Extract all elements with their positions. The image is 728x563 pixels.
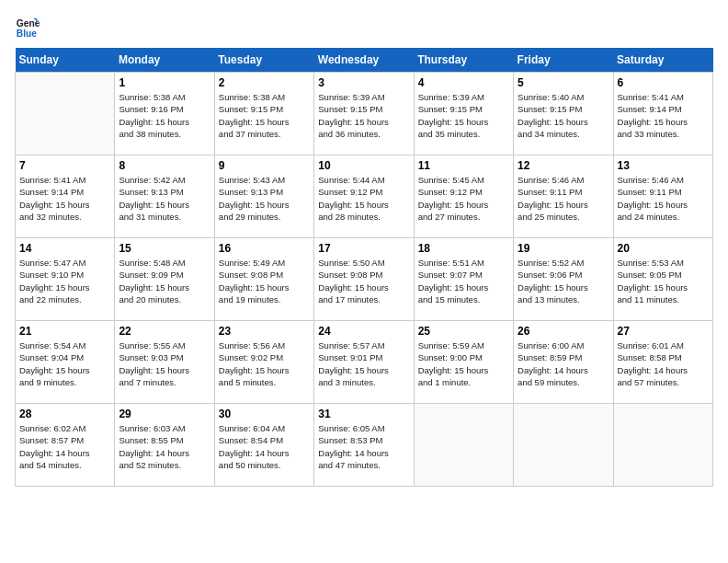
day-number: 16: [219, 242, 310, 255]
calendar-cell: 6Sunrise: 5:41 AM Sunset: 9:14 PM Daylig…: [613, 73, 712, 155]
day-number: 15: [119, 242, 210, 255]
day-number: 21: [19, 325, 110, 338]
calendar-body: 1Sunrise: 5:38 AM Sunset: 9:16 PM Daylig…: [16, 73, 713, 487]
day-number: 25: [418, 325, 509, 338]
calendar-cell: 3Sunrise: 5:39 AM Sunset: 9:15 PM Daylig…: [314, 73, 414, 155]
day-info: Sunrise: 5:45 AM Sunset: 9:12 PM Dayligh…: [418, 174, 509, 223]
day-number: 24: [318, 325, 409, 338]
day-info: Sunrise: 5:54 AM Sunset: 9:04 PM Dayligh…: [19, 339, 110, 388]
day-number: 20: [618, 242, 709, 255]
weekday-header-row: SundayMondayTuesdayWednesdayThursdayFrid…: [16, 48, 713, 73]
calendar-cell: 26Sunrise: 6:00 AM Sunset: 8:59 PM Dayli…: [514, 321, 613, 404]
calendar-cell: 28Sunrise: 6:02 AM Sunset: 8:57 PM Dayli…: [16, 404, 115, 487]
day-info: Sunrise: 6:02 AM Sunset: 8:57 PM Dayligh…: [19, 422, 110, 471]
week-row-1: 1Sunrise: 5:38 AM Sunset: 9:16 PM Daylig…: [16, 73, 713, 155]
calendar-header: SundayMondayTuesdayWednesdayThursdayFrid…: [16, 48, 713, 73]
logo: General Blue: [15, 15, 44, 40]
day-info: Sunrise: 5:41 AM Sunset: 9:14 PM Dayligh…: [618, 91, 709, 140]
day-number: 22: [119, 325, 210, 338]
day-info: Sunrise: 6:00 AM Sunset: 8:59 PM Dayligh…: [518, 339, 609, 388]
logo-icon: General Blue: [15, 15, 40, 40]
calendar-cell: 15Sunrise: 5:48 AM Sunset: 9:09 PM Dayli…: [115, 238, 214, 321]
day-info: Sunrise: 6:05 AM Sunset: 8:53 PM Dayligh…: [318, 422, 409, 471]
day-info: Sunrise: 5:50 AM Sunset: 9:08 PM Dayligh…: [318, 257, 409, 305]
weekday-sunday: Sunday: [16, 48, 115, 73]
calendar-cell: 13Sunrise: 5:46 AM Sunset: 9:11 PM Dayli…: [613, 155, 712, 238]
calendar-cell: 16Sunrise: 5:49 AM Sunset: 9:08 PM Dayli…: [214, 238, 313, 321]
weekday-monday: Monday: [115, 48, 214, 73]
calendar-cell: 8Sunrise: 5:42 AM Sunset: 9:13 PM Daylig…: [115, 155, 214, 238]
calendar-cell: 12Sunrise: 5:46 AM Sunset: 9:11 PM Dayli…: [514, 155, 613, 238]
day-number: 4: [418, 76, 509, 89]
day-info: Sunrise: 5:55 AM Sunset: 9:03 PM Dayligh…: [119, 339, 210, 388]
day-info: Sunrise: 5:52 AM Sunset: 9:06 PM Dayligh…: [518, 257, 609, 305]
calendar-table: SundayMondayTuesdayWednesdayThursdayFrid…: [15, 48, 713, 487]
calendar-cell: [414, 404, 513, 487]
day-number: 3: [318, 76, 409, 89]
calendar-cell: 22Sunrise: 5:55 AM Sunset: 9:03 PM Dayli…: [115, 321, 214, 404]
day-number: 12: [518, 159, 609, 172]
day-number: 19: [518, 242, 609, 255]
calendar-cell: 5Sunrise: 5:40 AM Sunset: 9:15 PM Daylig…: [514, 73, 613, 155]
day-number: 27: [618, 325, 709, 338]
day-info: Sunrise: 6:01 AM Sunset: 8:58 PM Dayligh…: [618, 339, 709, 388]
day-number: 6: [618, 76, 709, 89]
calendar-cell: 2Sunrise: 5:38 AM Sunset: 9:15 PM Daylig…: [214, 73, 313, 155]
day-number: 14: [19, 242, 110, 255]
calendar-cell: 19Sunrise: 5:52 AM Sunset: 9:06 PM Dayli…: [514, 238, 613, 321]
calendar-cell: 23Sunrise: 5:56 AM Sunset: 9:02 PM Dayli…: [214, 321, 313, 404]
day-info: Sunrise: 6:03 AM Sunset: 8:55 PM Dayligh…: [119, 422, 210, 471]
calendar-cell: 7Sunrise: 5:41 AM Sunset: 9:14 PM Daylig…: [16, 155, 115, 238]
day-number: 7: [19, 159, 110, 172]
day-info: Sunrise: 5:39 AM Sunset: 9:15 PM Dayligh…: [318, 91, 409, 140]
day-info: Sunrise: 5:51 AM Sunset: 9:07 PM Dayligh…: [418, 257, 509, 305]
calendar-cell: 20Sunrise: 5:53 AM Sunset: 9:05 PM Dayli…: [613, 238, 712, 321]
weekday-friday: Friday: [514, 48, 613, 73]
day-info: Sunrise: 5:42 AM Sunset: 9:13 PM Dayligh…: [119, 174, 210, 223]
calendar-cell: 24Sunrise: 5:57 AM Sunset: 9:01 PM Dayli…: [314, 321, 414, 404]
day-info: Sunrise: 5:47 AM Sunset: 9:10 PM Dayligh…: [19, 257, 110, 305]
day-number: 30: [219, 408, 310, 420]
day-number: 1: [119, 76, 210, 89]
calendar-cell: [514, 404, 613, 487]
day-info: Sunrise: 5:48 AM Sunset: 9:09 PM Dayligh…: [119, 257, 210, 305]
weekday-thursday: Thursday: [414, 48, 513, 73]
weekday-saturday: Saturday: [613, 48, 712, 73]
week-row-2: 7Sunrise: 5:41 AM Sunset: 9:14 PM Daylig…: [16, 155, 713, 238]
calendar-cell: 25Sunrise: 5:59 AM Sunset: 9:00 PM Dayli…: [414, 321, 513, 404]
week-row-4: 21Sunrise: 5:54 AM Sunset: 9:04 PM Dayli…: [16, 321, 713, 404]
calendar-cell: [613, 404, 712, 487]
day-info: Sunrise: 5:56 AM Sunset: 9:02 PM Dayligh…: [219, 339, 310, 388]
day-info: Sunrise: 5:39 AM Sunset: 9:15 PM Dayligh…: [418, 91, 509, 140]
week-row-3: 14Sunrise: 5:47 AM Sunset: 9:10 PM Dayli…: [16, 238, 713, 321]
svg-text:Blue: Blue: [17, 29, 38, 39]
day-info: Sunrise: 5:41 AM Sunset: 9:14 PM Dayligh…: [19, 174, 110, 223]
day-info: Sunrise: 6:04 AM Sunset: 8:54 PM Dayligh…: [219, 422, 310, 471]
day-info: Sunrise: 5:38 AM Sunset: 9:16 PM Dayligh…: [119, 91, 210, 140]
calendar-cell: 1Sunrise: 5:38 AM Sunset: 9:16 PM Daylig…: [115, 73, 214, 155]
calendar-cell: 4Sunrise: 5:39 AM Sunset: 9:15 PM Daylig…: [414, 73, 513, 155]
day-number: 28: [19, 408, 110, 420]
day-number: 10: [318, 159, 409, 172]
calendar-cell: 10Sunrise: 5:44 AM Sunset: 9:12 PM Dayli…: [314, 155, 414, 238]
page-header: General Blue: [15, 15, 713, 40]
day-number: 23: [219, 325, 310, 338]
calendar-cell: [16, 73, 115, 155]
calendar-cell: 29Sunrise: 6:03 AM Sunset: 8:55 PM Dayli…: [115, 404, 214, 487]
day-number: 11: [418, 159, 509, 172]
day-info: Sunrise: 5:38 AM Sunset: 9:15 PM Dayligh…: [219, 91, 310, 140]
week-row-5: 28Sunrise: 6:02 AM Sunset: 8:57 PM Dayli…: [16, 404, 713, 487]
day-info: Sunrise: 5:46 AM Sunset: 9:11 PM Dayligh…: [618, 174, 709, 223]
day-info: Sunrise: 5:53 AM Sunset: 9:05 PM Dayligh…: [618, 257, 709, 305]
day-number: 13: [618, 159, 709, 172]
day-info: Sunrise: 5:44 AM Sunset: 9:12 PM Dayligh…: [318, 174, 409, 223]
calendar-cell: 31Sunrise: 6:05 AM Sunset: 8:53 PM Dayli…: [314, 404, 414, 487]
calendar-cell: 18Sunrise: 5:51 AM Sunset: 9:07 PM Dayli…: [414, 238, 513, 321]
calendar-cell: 17Sunrise: 5:50 AM Sunset: 9:08 PM Dayli…: [314, 238, 414, 321]
day-number: 17: [318, 242, 409, 255]
day-info: Sunrise: 5:59 AM Sunset: 9:00 PM Dayligh…: [418, 339, 509, 388]
weekday-wednesday: Wednesday: [314, 48, 414, 73]
calendar-cell: 27Sunrise: 6:01 AM Sunset: 8:58 PM Dayli…: [613, 321, 712, 404]
calendar-cell: 21Sunrise: 5:54 AM Sunset: 9:04 PM Dayli…: [16, 321, 115, 404]
day-number: 29: [119, 408, 210, 420]
